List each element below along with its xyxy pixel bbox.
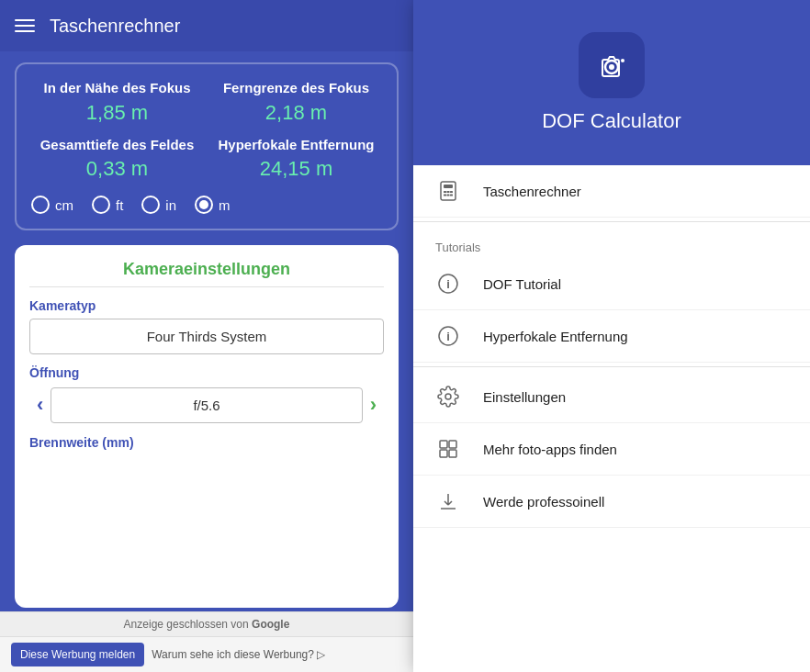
results-card: In der Nähe des Fokus 1,85 m Ferngrenze …	[15, 62, 399, 230]
tutorials-section-label: Tutorials	[413, 226, 810, 258]
far-focus-cell: Ferngrenze des Fokus 2,18 m	[210, 79, 382, 125]
camera-type-value[interactable]: Four Thirds System	[29, 319, 384, 354]
aperture-value: f/5.6	[51, 387, 362, 423]
drawer-content: Taschenrechner Tutorials i DOF Tutorial …	[413, 165, 810, 672]
drawer-more-apps-label: Mehr foto-apps finden	[483, 442, 617, 457]
total-depth-value: 0,33 m	[31, 157, 203, 181]
total-depth-label: Gesamttiefe des Feldes	[31, 136, 203, 154]
settings-icon	[435, 384, 461, 409]
svg-rect-5	[444, 191, 446, 193]
unit-ft-radio[interactable]	[92, 196, 110, 214]
unit-cm-label: cm	[55, 197, 73, 213]
unit-row: cm ft in m	[31, 196, 382, 214]
drawer-item-dof-tutorial[interactable]: i DOF Tutorial	[413, 258, 810, 310]
svg-rect-6	[447, 191, 450, 193]
drawer-calculator-label: Taschenrechner	[483, 184, 581, 199]
top-bar: Taschenrechner	[0, 0, 413, 51]
drawer-hyperfocal-label: Hyperfokale Entfernung	[483, 329, 628, 344]
unit-cm-radio[interactable]	[31, 196, 50, 214]
svg-rect-19	[449, 450, 456, 457]
drawer-item-more-apps[interactable]: Mehr foto-apps finden	[413, 423, 810, 476]
svg-rect-10	[450, 195, 453, 196]
drawer-app-title: DOF Calculator	[542, 109, 681, 133]
info-icon-dof: i	[435, 271, 461, 297]
navigation-drawer: DOF Calculator Taschenrechner Tu	[413, 0, 810, 672]
svg-rect-16	[440, 441, 447, 448]
left-panel: Taschenrechner In der Nähe des Fokus 1,8…	[0, 0, 413, 672]
total-depth-cell: Gesamttiefe des Feldes 0,33 m	[31, 136, 203, 182]
drawer-header: DOF Calculator	[413, 0, 810, 165]
near-focus-label: In der Nähe des Fokus	[31, 79, 203, 97]
svg-rect-9	[447, 195, 450, 196]
app-title: Taschenrechner	[50, 16, 180, 37]
camera-type-label: Kameratyp	[29, 298, 384, 313]
hyperfocal-label: Hyperfokale Entfernung	[210, 136, 382, 154]
info-icon-hyperfocal: i	[435, 323, 461, 349]
drawer-divider-2	[413, 366, 810, 367]
why-ad-link[interactable]: Warum sehe ich diese Werbung? ▷	[152, 648, 325, 661]
aperture-row: ‹ f/5.6 ›	[29, 386, 384, 424]
google-text: Google	[252, 618, 289, 631]
ad-closed-text: Anzeige geschlossen von	[124, 618, 249, 631]
unit-in-option[interactable]: in	[141, 196, 176, 214]
unit-m-option[interactable]: m	[195, 196, 231, 214]
svg-point-1	[609, 64, 614, 70]
aperture-label: Öffnung	[29, 365, 384, 380]
drawer-item-settings[interactable]: Einstellungen	[413, 371, 810, 423]
camera-settings-card: Kameraeinstellungen Kameratyp Four Third…	[15, 245, 399, 608]
svg-rect-7	[450, 191, 453, 193]
hyperfocal-cell: Hyperfokale Entfernung 24,15 m	[210, 136, 382, 182]
report-ad-button[interactable]: Diese Werbung melden	[11, 643, 144, 666]
drawer-item-hyperfocal[interactable]: i Hyperfokale Entfernung	[413, 310, 810, 363]
drawer-settings-label: Einstellungen	[483, 389, 566, 405]
far-focus-value: 2,18 m	[210, 101, 382, 125]
svg-text:i: i	[446, 330, 450, 343]
aperture-decrease-button[interactable]: ‹	[29, 386, 51, 424]
svg-point-15	[445, 394, 451, 399]
svg-text:i: i	[446, 277, 450, 291]
hamburger-menu-button[interactable]	[15, 19, 35, 32]
svg-point-2	[621, 59, 624, 62]
results-grid: In der Nähe des Fokus 1,85 m Ferngrenze …	[31, 79, 382, 181]
near-focus-cell: In der Nähe des Fokus 1,85 m	[31, 79, 203, 125]
near-focus-value: 1,85 m	[31, 101, 203, 125]
unit-in-label: in	[165, 197, 176, 213]
svg-rect-17	[449, 441, 456, 448]
drawer-item-calculator[interactable]: Taschenrechner	[413, 165, 810, 218]
unit-in-radio[interactable]	[141, 196, 160, 214]
settings-title: Kameraeinstellungen	[29, 260, 384, 287]
drawer-pro-label: Werde professoinell	[483, 494, 604, 510]
svg-rect-4	[444, 185, 453, 188]
far-focus-label: Ferngrenze des Fokus	[210, 79, 382, 97]
ad-closed-bar: Anzeige geschlossen von Google	[0, 611, 413, 636]
focal-length-label: Brennweite (mm)	[29, 435, 384, 450]
drawer-divider-1	[413, 221, 810, 222]
pro-icon	[435, 488, 461, 514]
unit-ft-label: ft	[116, 197, 123, 213]
unit-m-radio[interactable]	[195, 196, 213, 214]
unit-ft-option[interactable]: ft	[92, 196, 123, 214]
svg-rect-18	[440, 450, 447, 457]
app-icon	[579, 32, 645, 98]
unit-cm-option[interactable]: cm	[31, 196, 73, 214]
calculator-icon	[435, 178, 461, 204]
drawer-item-pro[interactable]: Werde professoinell	[413, 476, 810, 528]
drawer-dof-tutorial-label: DOF Tutorial	[483, 276, 561, 292]
camera-icon	[593, 47, 630, 84]
unit-m-label: m	[219, 197, 231, 213]
hyperfocal-value: 24,15 m	[210, 157, 382, 181]
ad-bottom-bar: Diese Werbung melden Warum sehe ich dies…	[0, 636, 413, 672]
aperture-increase-button[interactable]: ›	[363, 386, 384, 424]
more-apps-icon	[435, 436, 461, 462]
svg-rect-8	[444, 195, 446, 196]
